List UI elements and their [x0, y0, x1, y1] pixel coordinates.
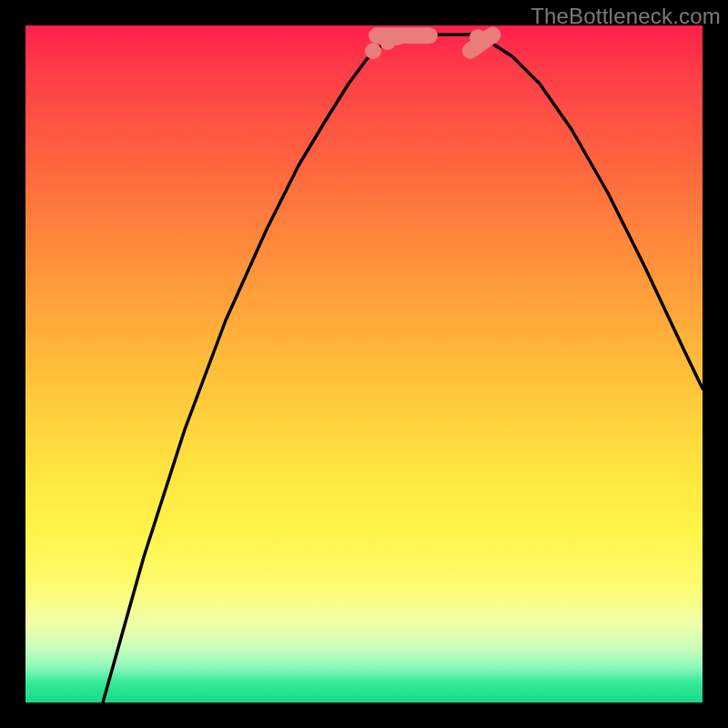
curve-pill — [369, 27, 438, 44]
bottleneck-curve — [25, 25, 703, 703]
curve-marker — [365, 43, 381, 59]
chart-frame: TheBottleneck.com — [0, 0, 728, 728]
plot-area — [25, 25, 703, 703]
